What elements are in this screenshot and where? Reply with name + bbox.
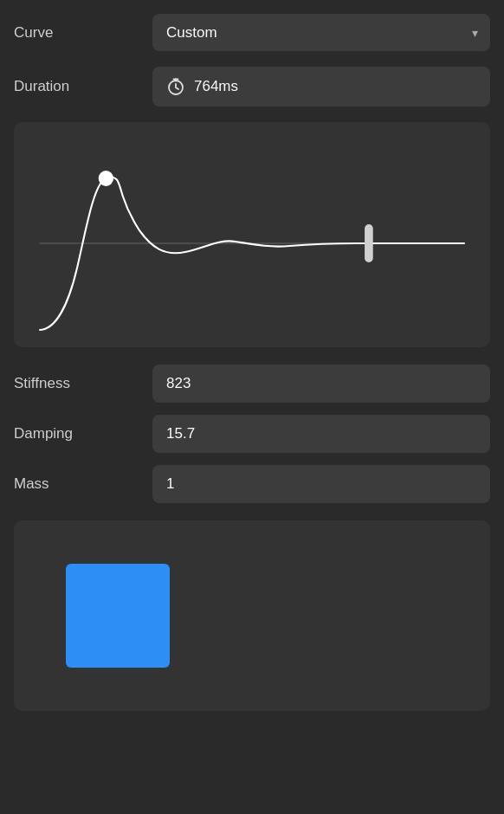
mass-input[interactable] — [152, 465, 490, 503]
stiffness-label: Stiffness — [14, 375, 152, 392]
preview-container — [14, 520, 490, 711]
damping-row: Damping — [14, 415, 490, 453]
preview-block — [66, 564, 170, 668]
curve-label: Curve — [14, 24, 152, 42]
damping-input[interactable] — [152, 415, 490, 453]
curve-select-wrapper: Custom Linear Ease In Ease Out Spring ▾ — [152, 14, 490, 51]
mass-row: Mass — [14, 465, 490, 503]
stiffness-input[interactable] — [152, 365, 490, 403]
stiffness-row: Stiffness — [14, 365, 490, 403]
curve-row: Curve Custom Linear Ease In Ease Out Spr… — [14, 14, 490, 51]
mass-label: Mass — [14, 475, 152, 493]
duration-box[interactable]: 764ms — [152, 67, 490, 107]
duration-label: Duration — [14, 78, 152, 95]
scrubber-handle — [365, 224, 373, 262]
duration-row: Duration 764ms — [14, 67, 490, 107]
timer-icon — [166, 77, 185, 96]
duration-control: 764ms — [152, 67, 490, 107]
curve-handle-dot — [99, 171, 113, 186]
curve-svg — [23, 131, 481, 339]
curve-select[interactable]: Custom Linear Ease In Ease Out Spring — [152, 14, 490, 51]
duration-value: 764ms — [194, 78, 238, 95]
damping-label: Damping — [14, 425, 152, 443]
curve-control: Custom Linear Ease In Ease Out Spring ▾ — [152, 14, 490, 51]
spring-curve-chart — [14, 122, 490, 347]
